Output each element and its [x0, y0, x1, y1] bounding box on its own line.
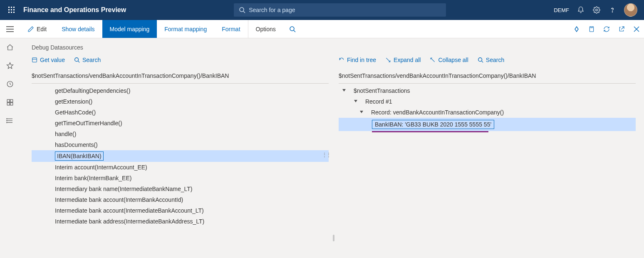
splitter-handle[interactable]: ⋮⋮: [322, 152, 330, 158]
tree-row[interactable]: getTimeOutTimerHandle(): [32, 118, 329, 129]
tree-row[interactable]: GetHashCode(): [32, 107, 329, 118]
edit-label: Edit: [37, 26, 47, 32]
tree-node-leaf-selected[interactable]: BankIBAN: 'GB33 BUKB 2020 1555 5555 55': [339, 118, 636, 131]
get-value-button[interactable]: Get value: [32, 57, 65, 63]
popout-icon[interactable]: [618, 26, 625, 32]
svg-rect-32: [32, 58, 37, 62]
modules-icon[interactable]: [6, 117, 14, 125]
action-search-icon[interactable]: [283, 20, 302, 38]
svg-rect-3: [8, 9, 10, 10]
right-search-button[interactable]: Search: [478, 57, 504, 63]
svg-rect-5: [13, 9, 15, 10]
search-icon: [478, 57, 483, 63]
svg-rect-6: [8, 12, 10, 13]
get-value-label: Get value: [40, 57, 65, 63]
gear-icon[interactable]: [592, 6, 601, 14]
find-in-tree-label: Find in tree: [347, 57, 376, 63]
svg-point-29: [7, 119, 7, 119]
company-selector[interactable]: DEMF: [554, 7, 569, 13]
get-value-icon: [32, 57, 37, 63]
edit-button[interactable]: Edit: [20, 20, 54, 38]
left-search-button[interactable]: Search: [74, 57, 101, 63]
tree-node-label: $notSentTransactions: [354, 87, 410, 94]
svg-line-17: [294, 30, 295, 32]
tree-row[interactable]: hasDocuments(): [32, 139, 329, 150]
help-icon[interactable]: [608, 6, 617, 14]
svg-rect-2: [13, 7, 15, 8]
tree-node-root[interactable]: $notSentTransactions: [339, 85, 636, 96]
favorites-icon[interactable]: [6, 62, 14, 70]
expand-icon: [385, 57, 391, 63]
svg-line-35: [78, 61, 80, 63]
format-mapping-tab[interactable]: Format mapping: [157, 20, 214, 38]
collapse-all-label: Collapse all: [438, 57, 468, 63]
svg-point-31: [7, 122, 7, 123]
app-launcher-icon[interactable]: [3, 7, 20, 13]
tree-row[interactable]: Interim bank(IntermBank_EE): [32, 173, 329, 184]
home-icon[interactable]: [6, 43, 14, 52]
tree-row[interactable]: Intermediate bank account(IntermediateBa…: [32, 205, 329, 216]
svg-rect-22: [7, 99, 10, 102]
expand-all-button[interactable]: Expand all: [385, 57, 421, 63]
page-title: Debug Datasources: [20, 38, 644, 54]
svg-line-37: [481, 61, 483, 63]
tree-row[interactable]: Intermediate bank account(IntermBankAcco…: [32, 194, 329, 205]
tree-row[interactable]: getExtension(): [32, 96, 329, 107]
svg-rect-1: [11, 7, 12, 8]
recent-icon[interactable]: [6, 80, 14, 88]
close-icon[interactable]: [633, 26, 640, 32]
divider: [339, 83, 636, 84]
tree-node-record[interactable]: Record #1: [339, 96, 636, 107]
tree-row[interactable]: Intermediate bank address(IntermediateBa…: [32, 216, 329, 227]
annotation-underline: [372, 131, 488, 132]
left-path: $notSentTransactions/vendBankAccountInTr…: [32, 69, 329, 83]
tree-row[interactable]: Intermediary bank name(IntermediateBankN…: [32, 184, 329, 194]
svg-rect-23: [10, 99, 13, 102]
collapse-all-button[interactable]: Collapse all: [430, 57, 468, 63]
tree-row[interactable]: handle(): [32, 129, 329, 139]
find-in-tree-button[interactable]: Find in tree: [339, 57, 376, 63]
svg-rect-25: [10, 103, 13, 105]
user-avatar[interactable]: [624, 3, 637, 17]
tree-row-label: IBAN(BankIBAN): [55, 151, 104, 161]
pencil-icon: [27, 26, 34, 32]
nav-hamburger-icon[interactable]: [0, 20, 20, 38]
tree-node-label: Record: vendBankAccountInTransactionComp…: [371, 109, 504, 116]
workspaces-icon[interactable]: [6, 98, 14, 107]
model-mapping-tab[interactable]: Model mapping: [102, 20, 157, 38]
notifications-icon[interactable]: [577, 6, 585, 14]
tree-node-subrecord[interactable]: Record: vendBankAccountInTransactionComp…: [339, 107, 636, 118]
right-search-label: Search: [486, 57, 504, 63]
global-search[interactable]: [234, 3, 446, 17]
global-search-input[interactable]: [249, 7, 441, 13]
svg-point-36: [478, 58, 482, 62]
svg-point-30: [7, 120, 7, 121]
expander-icon[interactable]: [359, 110, 365, 114]
tree-row[interactable]: getDefaultingDependencies(): [32, 85, 329, 96]
svg-point-12: [612, 12, 612, 12]
svg-point-9: [240, 7, 244, 12]
expand-all-label: Expand all: [394, 57, 421, 63]
tree-row[interactable]: IBAN(BankIBAN): [32, 150, 329, 162]
svg-point-34: [75, 58, 79, 62]
expander-icon[interactable]: [342, 89, 348, 93]
diamond-icon[interactable]: [573, 26, 580, 32]
svg-point-11: [596, 9, 598, 11]
divider: [32, 83, 329, 84]
refresh-tree-icon: [339, 57, 344, 63]
tree-row[interactable]: Interim account(IntermAccount_EE): [32, 162, 329, 173]
expander-icon[interactable]: [354, 99, 359, 104]
attachments-icon[interactable]: [588, 26, 595, 32]
show-details-button[interactable]: Show details: [54, 20, 102, 38]
svg-rect-7: [11, 12, 12, 13]
svg-point-16: [290, 27, 294, 31]
refresh-icon[interactable]: [603, 26, 610, 32]
search-icon: [74, 57, 80, 63]
app-title: Finance and Operations Preview: [20, 6, 126, 14]
scroll-indicator[interactable]: [333, 235, 334, 241]
options-menu[interactable]: Options: [248, 20, 283, 38]
svg-rect-8: [13, 12, 15, 13]
tree-node-label: BankIBAN: 'GB33 BUKB 2020 1555 5555 55': [372, 120, 494, 129]
search-icon: [239, 7, 245, 13]
format-tab[interactable]: Format: [214, 20, 248, 38]
